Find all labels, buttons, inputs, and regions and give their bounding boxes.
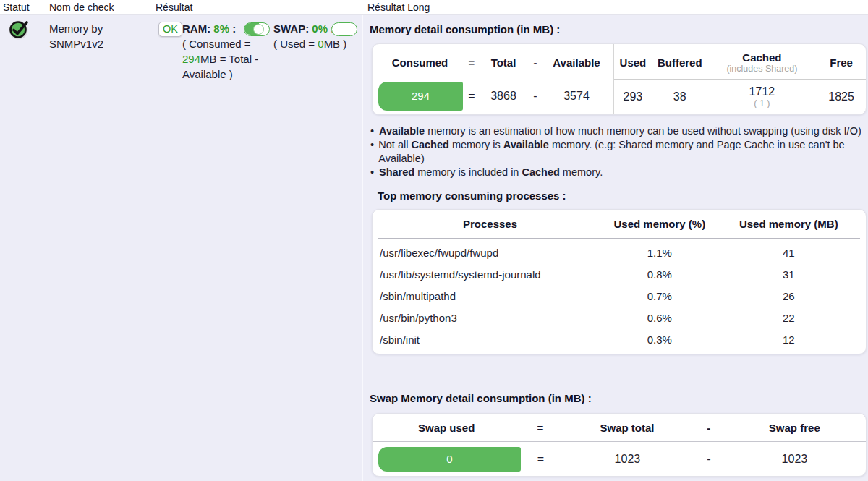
column-header-resultat-long: Résultat Long <box>367 1 430 13</box>
process-memory-pct: 0.8% <box>602 268 718 281</box>
header-swap-equals: = <box>520 422 560 434</box>
table-header-bar: Statut Nom de check Résultat Résultat Lo… <box>0 0 868 15</box>
consumed-value-bar: 294 <box>378 82 463 111</box>
header-cached-sub: (includes Shared) <box>708 64 817 74</box>
value-minus: - <box>531 90 540 103</box>
header-available: Available <box>540 56 613 69</box>
process-memory-pct: 0.6% <box>602 312 718 324</box>
value-cached-main: 1712 <box>708 85 817 98</box>
check-name: Memory by SNMPv1v2 <box>49 21 103 51</box>
note-cached-memory: • Not all Cached memory is Available mem… <box>370 138 864 166</box>
header-swap-total: Swap total <box>560 422 694 434</box>
value-swap-minus: - <box>694 453 723 466</box>
value-swap-equals: = <box>521 453 561 466</box>
process-memory-pct: 1.1% <box>602 247 718 259</box>
process-name: /usr/lib/systemd/systemd-journald <box>378 268 602 281</box>
ram-percent-value: 8% <box>213 22 229 35</box>
process-memory-mb: 22 <box>718 312 860 324</box>
memory-detail-table: Consumed = Total - Available 294 = 3868 … <box>372 43 867 115</box>
value-equals: = <box>467 90 476 103</box>
top-processes-table: Processes Used memory (%) Used memory (M… <box>372 209 867 354</box>
value-cached: 1712 ( 1 ) <box>708 85 817 108</box>
swap-percent-value: 0% <box>312 22 328 35</box>
column-header-nom-de-check: Nom de check <box>49 1 114 13</box>
status-ok-check-icon <box>8 19 30 41</box>
ram-gauge-toggle[interactable] <box>244 22 270 36</box>
header-total: Total <box>476 56 531 69</box>
header-consumed: Consumed <box>373 56 467 69</box>
ram-colon: : <box>232 22 236 35</box>
memory-table-left-section: Consumed = Total - Available 294 = 3868 … <box>373 44 613 114</box>
ram-toggle-knob <box>253 24 264 35</box>
header-cached: Cached (includes Shared) <box>708 51 817 74</box>
header-swap-used: Swap used <box>373 422 520 434</box>
value-swap-total: 1023 <box>561 453 694 466</box>
process-row: /sbin/init 0.3% 12 <box>378 328 860 350</box>
top-processes-title: Top memory consuming processes : <box>378 190 566 202</box>
process-memory-mb: 26 <box>718 290 860 302</box>
memory-notes-list: • Available memory is an estimation of h… <box>370 124 864 179</box>
process-name: /usr/libexec/fwupd/fwupd <box>378 247 602 259</box>
note-available-memory: • Available memory is an estimation of h… <box>370 124 864 138</box>
resultat-long-pane: Memory detail consumption (in MB) : Cons… <box>362 15 868 481</box>
swap-label: SWAP: <box>273 22 309 35</box>
header-processes: Processes <box>378 218 602 230</box>
swap-detail-table: Swap used = Swap total - Swap free 0 = 1… <box>372 413 867 477</box>
value-used: 293 <box>614 90 652 103</box>
process-memory-mb: 41 <box>718 247 860 259</box>
value-cached-sub: ( 1 ) <box>708 98 817 108</box>
check-name-line2: SNMPv1v2 <box>49 36 103 51</box>
note-shared-memory: • Shared memory is included in Cached me… <box>370 166 864 179</box>
process-memory-mb: 12 <box>718 333 860 346</box>
process-memory-mb: 31 <box>718 268 860 281</box>
ram-consumed-note: ( Consumed = 294MB = Total - Available ) <box>182 36 272 82</box>
ram-consumed-value: 294 <box>182 53 200 65</box>
process-row: /usr/libexec/fwupd/fwupd 1.1% 41 <box>378 242 860 263</box>
process-row: /usr/lib/systemd/systemd-journald 0.8% 3… <box>378 263 860 285</box>
ram-label: RAM: <box>182 22 210 35</box>
bullet-dot: • <box>370 138 378 166</box>
swap-gauge-toggle[interactable] <box>331 22 357 36</box>
memory-detail-title: Memory detail consumption (in MB) : <box>370 23 560 35</box>
status-badge[interactable]: OK <box>158 22 182 37</box>
header-free: Free <box>816 56 867 69</box>
swap-note-prefix: ( Used = <box>273 38 318 50</box>
header-used-memory-mb: Used memory (MB) <box>718 218 860 230</box>
header-buffered: Buffered <box>652 56 708 69</box>
process-row: /sbin/multipathd 0.7% 26 <box>378 285 860 307</box>
header-cached-main: Cached <box>708 51 817 64</box>
swap-used-value-bar: 0 <box>378 447 521 472</box>
header-swap-free: Swap free <box>723 422 866 434</box>
header-minus: - <box>531 56 540 69</box>
process-memory-pct: 0.7% <box>602 290 718 302</box>
value-buffered: 38 <box>652 90 708 103</box>
bullet-dot: • <box>370 166 379 179</box>
process-row: /usr/bin/python3 0.6% 22 <box>378 307 860 328</box>
ram-note-prefix: ( Consumed = <box>182 38 251 50</box>
value-swap-free: 1023 <box>723 453 866 466</box>
swap-note-suffix: MB ) <box>324 38 347 50</box>
header-swap-minus: - <box>694 422 723 434</box>
column-header-resultat: Résultat <box>156 1 192 13</box>
bullet-dot: • <box>370 124 379 138</box>
value-available: 3574 <box>540 90 613 103</box>
swap-detail-title: Swap Memory detail consumption (in MB) : <box>370 392 592 404</box>
memory-table-right-section: Used Buffered Cached (includes Shared) F… <box>613 44 867 114</box>
process-name: /sbin/multipathd <box>378 290 602 302</box>
check-name-line1: Memory by <box>49 21 103 36</box>
value-total: 3868 <box>476 90 531 103</box>
swap-used-value: 0 <box>318 38 323 50</box>
process-memory-pct: 0.3% <box>602 333 718 346</box>
header-equals: = <box>467 56 476 69</box>
column-header-statut: Statut <box>3 1 30 13</box>
swap-used-note: ( Used = 0MB ) <box>273 36 360 51</box>
header-used: Used <box>614 56 652 69</box>
value-free: 1825 <box>816 90 867 103</box>
header-used-memory-pct: Used memory (%) <box>602 218 718 230</box>
process-name: /sbin/init <box>378 333 602 346</box>
process-name: /usr/bin/python3 <box>378 312 602 324</box>
